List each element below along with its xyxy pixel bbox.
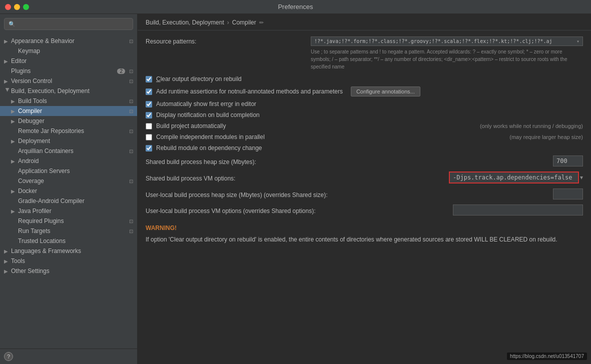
sidebar-item-appearance-behavior[interactable]: ▶ Appearance & Behavior ⊡ [0,36,137,46]
warning-title: WARNING! [146,224,583,233]
breadcrumb-separator: › [227,19,229,26]
clear-output-label: Clear output directory on rebuild [156,76,242,82]
arrow-icon: ▶ [11,118,18,124]
sidebar-item-other-settings[interactable]: ▶ Other Settings [0,266,137,276]
edit-icon: ⊡ [129,178,133,184]
sidebar-item-build-tools[interactable]: ▶ Build Tools ⊡ [0,96,137,106]
breadcrumb-current: Compiler [232,19,256,26]
sidebar-item-coverage[interactable]: Coverage ⊡ [0,176,137,186]
add-runtime-checkbox[interactable] [146,88,152,95]
breadcrumb: Build, Execution, Deployment [146,19,224,26]
sidebar-item-remote-jar-repositories[interactable]: Remote Jar Repositories ⊡ [0,126,137,136]
sidebar-item-plugins[interactable]: Plugins 2 ⊡ [0,66,137,76]
add-runtime-label: Add runtime assertions for notnull-annot… [156,88,343,95]
sidebar-item-gradle-android-compiler[interactable]: Gradle-Android Compiler [0,196,137,206]
shared-heap-input[interactable] [553,156,583,166]
compile-parallel-label: Compile independent modules in parallel [156,134,265,140]
clear-output-row: Clear output directory on rebuild [146,76,583,82]
resource-patterns-hint: Use ; to separate patterns and ! to nega… [311,48,583,70]
sidebar-item-keymap[interactable]: Keymap [0,46,137,56]
arrow-icon: ▶ [11,108,18,114]
display-notification-checkbox[interactable] [146,112,152,118]
arrow-icon: ▶ [11,208,18,214]
expand-icon[interactable]: ▾ [576,38,579,44]
sidebar-item-build-execution-deployment[interactable]: ▶ Build, Execution, Deployment [0,86,137,96]
user-heap-input[interactable] [553,188,583,200]
build-auto-label: Build project automatically [156,122,226,130]
user-vm-label: User-local build process VM options (ove… [146,206,448,214]
arrow-icon: ▶ [11,158,18,164]
arrow-icon: ▶ [4,58,11,64]
sidebar-item-label: Android [18,158,133,164]
shared-heap-row: Shared build process heap size (Mbytes): [146,156,583,166]
user-heap-label: User-local build process heap size (Mbyt… [146,190,548,198]
compile-parallel-checkbox[interactable] [146,134,152,140]
sidebar-item-deployment[interactable]: ▶ Deployment [0,136,137,146]
auto-show-error-row: Automatically show first error in editor [146,100,583,108]
sidebar-item-compiler[interactable]: ▶ Compiler ⊡ [0,106,137,116]
build-auto-checkbox[interactable] [146,123,152,130]
shared-vm-input-wrapper: ▾ [449,172,583,184]
resource-patterns-row: Resource patterns: !?*.java;!?*.form;!?*… [146,36,583,70]
maximize-button[interactable] [23,4,29,10]
minimize-button[interactable] [14,4,20,10]
shared-heap-label: Shared build process heap size (Mbytes): [146,157,548,166]
sidebar-item-docker[interactable]: ▶ Docker [0,186,137,196]
window-title: Preferences [278,3,313,10]
sidebar-item-label: Run Targets [18,228,127,234]
edit-icon: ⊡ [129,218,133,224]
sidebar-item-label: Build, Execution, Deployment [11,88,133,94]
sidebar-item-java-profiler[interactable]: ▶ Java Profiler [0,206,137,216]
configure-annotations-button[interactable]: Configure annotations... [351,86,420,96]
edit-icon: ⊡ [129,98,133,104]
window-controls[interactable] [5,4,29,10]
sidebar-item-tools[interactable]: ▶ Tools [0,256,137,266]
resource-patterns-value: !?*.java;!?*.form;!?*.class;!?*.groovy;!… [314,38,552,44]
compile-parallel-note: (may require larger heap size) [504,134,583,140]
sidebar-item-trusted-locations[interactable]: Trusted Locations [0,236,137,246]
content-body: Resource patterns: !?*.java;!?*.form;!?*… [138,30,591,364]
sidebar-item-required-plugins[interactable]: Required Plugins ⊡ [0,216,137,226]
search-box[interactable]: 🔍 [4,18,133,30]
user-vm-input-wrapper [453,204,583,216]
user-vm-input[interactable] [453,204,583,216]
close-button[interactable] [5,4,11,10]
sidebar-item-label: Gradle-Android Compiler [18,198,133,204]
help-button[interactable]: ? [4,352,13,361]
sidebar-item-label: Compiler [18,108,127,114]
edit-icon: ⊡ [129,128,133,134]
sidebar-item-version-control[interactable]: ▶ Version Control ⊡ [0,76,137,86]
shared-vm-label: Shared build process VM options: [146,174,444,182]
breadcrumb-edit-icon[interactable]: ✏ [259,20,264,26]
arrow-icon: ▶ [4,268,11,274]
sidebar-item-editor[interactable]: ▶ Editor [0,56,137,66]
sidebar-item-run-targets[interactable]: Run Targets ⊡ [0,226,137,236]
shared-vm-row: Shared build process VM options: ▾ [146,172,583,184]
sidebar-item-label: Debugger [18,118,133,124]
sidebar-item-label: Arquillian Containers [18,148,127,154]
sidebar-item-languages-frameworks[interactable]: ▶ Languages & Frameworks [0,246,137,256]
auto-show-error-checkbox[interactable] [146,101,152,108]
resource-patterns-field[interactable]: !?*.java;!?*.form;!?*.class;!?*.groovy;!… [311,36,583,46]
arrow-icon: ▶ [5,88,11,94]
warning-text: If option 'Clear output directory on reb… [146,235,583,244]
clear-output-checkbox[interactable] [146,76,152,82]
sidebar-item-label: Deployment [18,138,133,144]
rebuild-module-checkbox[interactable] [146,145,152,152]
sidebar-item-debugger[interactable]: ▶ Debugger [0,116,137,126]
sidebar-item-android[interactable]: ▶ Android [0,156,137,166]
sidebar-bottom-bar: ? [0,348,137,364]
edit-icon: ⊡ [129,148,133,154]
search-input[interactable] [19,20,129,28]
display-notification-row: Display notification on build completion [146,112,583,118]
content-header: Build, Execution, Deployment › Compiler … [138,14,591,30]
sidebar-item-application-servers[interactable]: Application Servers [0,166,137,176]
build-auto-row: Build project automatically (only works … [146,122,583,130]
shared-vm-input[interactable] [449,172,579,184]
sidebar-item-arquillian-containers[interactable]: Arquillian Containers ⊡ [0,146,137,156]
sidebar-item-label: Build Tools [18,98,127,104]
main-layout: 🔍 ▶ Appearance & Behavior ⊡ Keymap ▶ Edi… [0,14,591,364]
content-area: Build, Execution, Deployment › Compiler … [138,14,591,364]
sidebar-item-label: Appearance & Behavior [11,38,127,44]
arrow-icon: ▶ [11,98,18,104]
